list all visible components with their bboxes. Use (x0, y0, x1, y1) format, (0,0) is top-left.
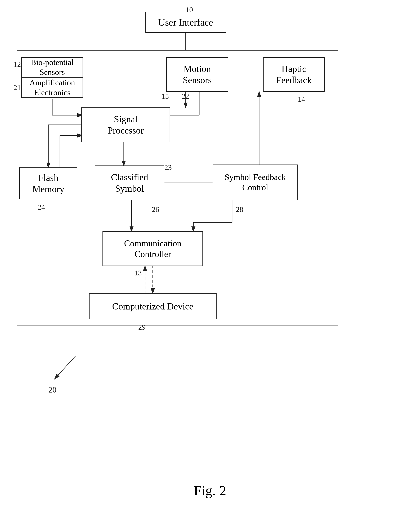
computerized-device-box: Computerized Device (89, 293, 217, 319)
ref-26: 26 (152, 205, 159, 214)
ref-15: 15 (161, 92, 169, 100)
flash-memory-box: FlashMemory (19, 167, 77, 199)
haptic-feedback-box: HapticFeedback (263, 57, 325, 92)
ref-28: 28 (236, 205, 243, 214)
symbol-feedback-box: Symbol FeedbackControl (213, 164, 298, 200)
ref-21: 21 (14, 83, 21, 92)
figure-caption: Fig. 2 (0, 483, 420, 499)
classified-symbol-box: ClassifiedSymbol (95, 165, 164, 200)
ref-10: 10 (186, 5, 193, 14)
ref-20: 20 (48, 385, 56, 394)
amplification-box: AmplificationElectronics (21, 77, 83, 98)
signal-processor-box: SignalProcessor (81, 107, 170, 142)
bio-potential-box: Bio-potentialSensors (21, 57, 83, 77)
motion-sensors-box: MotionSensors (166, 57, 228, 92)
communication-controller-box: CommunicationController (103, 231, 203, 266)
ref-14: 14 (298, 95, 305, 103)
ref-12: 12 (14, 60, 21, 69)
user-interface-box: User Interface (145, 12, 226, 33)
ref-23: 23 (164, 163, 172, 172)
ref-13: 13 (134, 269, 142, 277)
ref-24: 24 (38, 203, 45, 211)
svg-line-22 (54, 356, 75, 379)
ref-29: 29 (138, 323, 146, 331)
diagram: User Interface Bio-potentialSensors Ampl… (0, 0, 420, 522)
ref-22: 22 (182, 92, 189, 100)
